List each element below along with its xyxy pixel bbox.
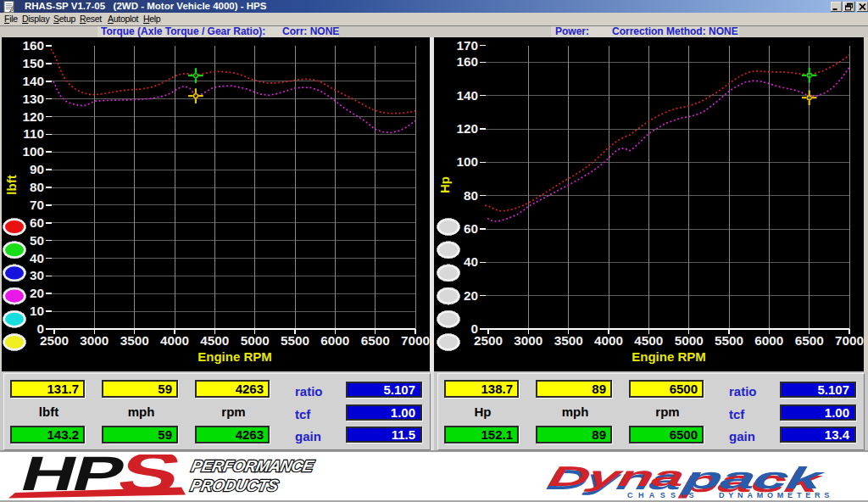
svg-text:30: 30 [30, 268, 44, 282]
svg-text:150: 150 [22, 56, 44, 70]
svg-text:6000: 6000 [754, 333, 783, 348]
svg-text:10: 10 [30, 304, 44, 318]
svg-text:4000: 4000 [160, 333, 189, 348]
svg-text:3000: 3000 [514, 333, 542, 348]
svg-text:6500: 6500 [361, 333, 390, 348]
svg-text:5000: 5000 [675, 333, 704, 348]
svg-text:70: 70 [30, 198, 44, 212]
svg-text:20: 20 [464, 288, 478, 303]
svg-text:DYNAMOMETERS: DYNAMOMETERS [719, 491, 833, 499]
svg-text:PERFORMANCE: PERFORMANCE [190, 457, 316, 475]
svg-text:90: 90 [30, 162, 44, 176]
svg-text:Dyna: Dyna [547, 461, 687, 492]
svg-text:0: 0 [36, 321, 44, 336]
svg-text:2500: 2500 [40, 333, 69, 348]
svg-text:CHASSIS: CHASSIS [627, 491, 699, 499]
svg-text:5000: 5000 [241, 333, 270, 348]
svg-text:160: 160 [22, 38, 44, 53]
svg-text:160: 160 [456, 54, 478, 69]
svg-text:20: 20 [30, 286, 44, 300]
svg-text:lbft: lbft [4, 175, 19, 194]
svg-text:100: 100 [456, 154, 478, 169]
svg-text:5500: 5500 [715, 333, 743, 348]
svg-text:6000: 6000 [320, 333, 349, 348]
svg-text:80: 80 [30, 180, 44, 194]
svg-text:100: 100 [22, 144, 44, 159]
svg-text:pack: pack [679, 461, 827, 495]
svg-text:3500: 3500 [554, 333, 583, 348]
svg-text:3500: 3500 [120, 333, 149, 348]
svg-text:80: 80 [464, 188, 478, 203]
svg-text:Engine RPM: Engine RPM [632, 349, 706, 364]
svg-text:0: 0 [470, 321, 478, 336]
svg-text:Engine RPM: Engine RPM [198, 349, 272, 364]
svg-text:40: 40 [464, 254, 478, 269]
svg-text:4500: 4500 [200, 333, 229, 348]
svg-text:2500: 2500 [474, 333, 503, 348]
svg-text:5500: 5500 [281, 333, 309, 348]
svg-text:140: 140 [456, 88, 478, 103]
svg-text:4000: 4000 [594, 333, 623, 348]
svg-text:40: 40 [30, 251, 44, 265]
svg-text:130: 130 [22, 92, 44, 106]
svg-text:7000: 7000 [401, 333, 430, 348]
svg-text:PRODUCTS: PRODUCTS [189, 477, 281, 495]
svg-text:Hp: Hp [437, 176, 452, 193]
svg-text:6500: 6500 [795, 333, 824, 348]
svg-text:110: 110 [23, 126, 44, 141]
svg-text:120: 120 [22, 109, 44, 124]
svg-text:60: 60 [464, 221, 478, 236]
svg-text:120: 120 [456, 121, 478, 136]
svg-text:170: 170 [456, 38, 478, 53]
svg-text:140: 140 [22, 74, 44, 88]
svg-text:60: 60 [30, 215, 44, 230]
svg-text:7000: 7000 [835, 333, 864, 348]
svg-text:50: 50 [30, 233, 44, 248]
svg-text:4500: 4500 [634, 333, 663, 348]
svg-text:3000: 3000 [80, 333, 108, 348]
